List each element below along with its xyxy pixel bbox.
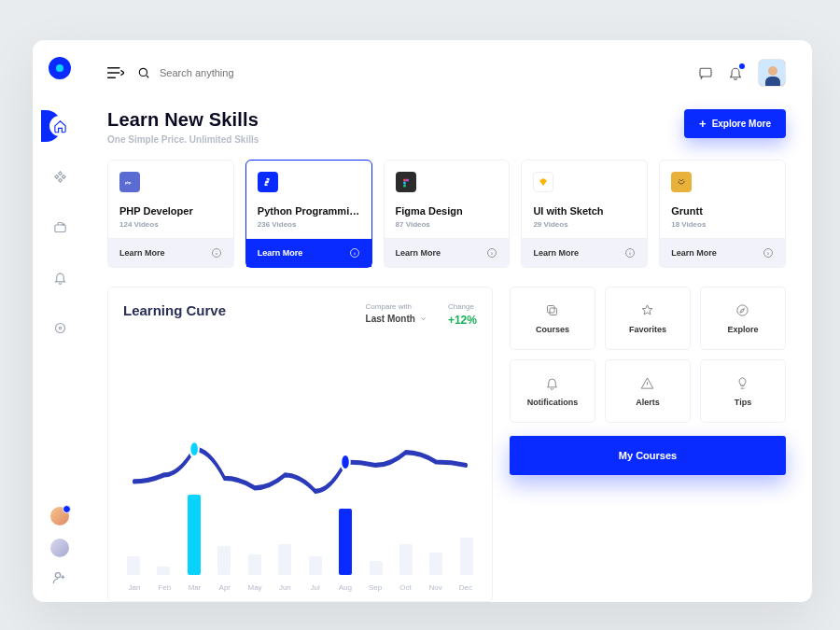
learn-more-button[interactable]: Learn More — [660, 238, 785, 267]
course-title: Python Programming — [258, 205, 360, 217]
bulb-icon — [735, 376, 749, 390]
menu-icon — [107, 66, 124, 79]
course-videos: 18 Videos — [671, 220, 774, 229]
course-card-grunt[interactable]: Gruntt 18 Videos Learn More — [659, 160, 786, 268]
course-title: PHP Developer — [119, 205, 222, 217]
course-videos: 124 Videos — [119, 220, 222, 229]
learn-more-button[interactable]: Learn More — [108, 238, 233, 267]
course-card-sketch[interactable]: UI with Sketch 29 Videos Learn More — [521, 160, 648, 268]
course-title: UI with Sketch — [533, 205, 636, 217]
search[interactable] — [137, 66, 685, 79]
tile-favorites[interactable]: Favorites — [605, 287, 691, 350]
nav-home[interactable] — [47, 113, 73, 139]
xaxis-label: Jan — [125, 583, 144, 592]
svg-rect-23 — [548, 305, 555, 313]
user-avatar-1[interactable] — [50, 507, 69, 525]
add-user-button[interactable] — [52, 570, 67, 585]
nav-briefcase[interactable] — [47, 214, 73, 240]
xaxis-label: Mar — [186, 583, 204, 592]
messages-button[interactable] — [698, 65, 713, 80]
svg-point-14 — [406, 179, 409, 182]
nav-settings[interactable] — [47, 315, 73, 341]
svg-point-4 — [55, 573, 60, 578]
info-icon — [211, 247, 222, 259]
grid-icon — [53, 170, 67, 184]
php-icon: php — [119, 172, 140, 192]
learn-more-button[interactable]: Learn More — [246, 238, 371, 267]
info-icon — [624, 247, 636, 259]
briefcase-icon — [53, 220, 67, 234]
app-logo — [49, 57, 71, 79]
xaxis-label: Feb — [155, 583, 174, 592]
learning-curve-chart: Learning Curve Compare with Last Month C… — [107, 287, 493, 602]
course-card-python[interactable]: Python Programming 236 Videos Learn More — [245, 160, 372, 268]
avatar-icon — [759, 60, 786, 87]
xaxis-label: Dec — [456, 583, 475, 592]
bell-icon — [545, 376, 559, 390]
main-content: Learn New Skills One Simple Price. Unlim… — [87, 40, 812, 602]
info-icon — [349, 247, 360, 259]
copy-icon — [545, 303, 559, 317]
python-icon — [258, 172, 278, 192]
quick-tiles: Courses Favorites Explore Notifications … — [510, 287, 786, 423]
explore-more-button[interactable]: +Explore More — [684, 109, 786, 138]
tile-alerts[interactable]: Alerts — [605, 359, 691, 423]
user-avatar-2[interactable] — [50, 539, 69, 557]
tile-notifications[interactable]: Notifications — [510, 359, 595, 423]
course-videos: 236 Videos — [258, 220, 360, 229]
info-icon — [486, 247, 497, 259]
svg-point-5 — [139, 68, 147, 76]
svg-rect-6 — [700, 68, 711, 77]
sketch-icon — [533, 172, 553, 192]
chart-area: JanFebMarAprMayJunJulAugSepOctNovDec — [123, 332, 477, 592]
search-input[interactable] — [160, 67, 346, 78]
xaxis-label: Aug — [336, 583, 355, 592]
learn-more-button[interactable]: Learn More — [522, 238, 647, 267]
learn-more-button[interactable]: Learn More — [385, 238, 510, 267]
tile-tips[interactable]: Tips — [700, 359, 786, 423]
tile-courses[interactable]: Courses — [510, 287, 595, 350]
menu-toggle[interactable] — [107, 66, 124, 79]
page-title: Learn New Skills — [107, 109, 259, 131]
svg-rect-0 — [54, 225, 64, 232]
message-icon — [698, 65, 713, 80]
xaxis-label: Nov — [427, 583, 445, 592]
notifications-button[interactable] — [728, 65, 743, 80]
explore-more-label: Explore More — [712, 119, 771, 129]
chevron-down-icon — [419, 315, 427, 323]
topbar — [107, 57, 786, 89]
my-courses-button[interactable]: My Courses — [510, 436, 786, 475]
info-icon — [763, 247, 774, 259]
course-videos: 87 Videos — [396, 220, 498, 229]
xaxis-label: Sep — [366, 583, 385, 592]
svg-point-24 — [737, 304, 748, 315]
tile-explore[interactable]: Explore — [700, 287, 786, 350]
course-cards: php PHP Developer 124 Videos Learn More … — [107, 160, 786, 268]
star-icon — [640, 303, 654, 317]
xaxis-label: May — [245, 583, 264, 592]
trend-line — [123, 332, 477, 592]
svg-point-3 — [59, 327, 62, 329]
nav-notifications[interactable] — [47, 264, 73, 290]
compare-selector[interactable]: Last Month — [366, 314, 427, 324]
svg-point-8 — [768, 66, 777, 76]
svg-rect-9 — [765, 77, 780, 87]
profile-avatar[interactable] — [758, 59, 786, 87]
bell-icon — [53, 271, 67, 285]
nav-apps[interactable] — [47, 163, 73, 189]
svg-point-2 — [55, 323, 64, 332]
change-value: +12% — [448, 314, 477, 327]
course-card-php[interactable]: php PHP Developer 124 Videos Learn More — [107, 160, 234, 268]
compare-label: Compare with — [366, 302, 427, 311]
xaxis-label: Oct — [396, 583, 414, 592]
svg-point-1 — [63, 223, 65, 226]
chart-title: Learning Curve — [123, 302, 226, 318]
add-user-icon — [52, 570, 67, 585]
sidebar — [33, 40, 87, 602]
svg-point-16 — [403, 185, 406, 188]
course-card-figma[interactable]: Figma Design 87 Videos Learn More — [384, 160, 511, 268]
hero: Learn New Skills One Simple Price. Unlim… — [107, 109, 786, 145]
svg-point-21 — [341, 454, 349, 469]
course-videos: 29 Videos — [533, 220, 636, 229]
svg-text:php: php — [125, 181, 131, 185]
